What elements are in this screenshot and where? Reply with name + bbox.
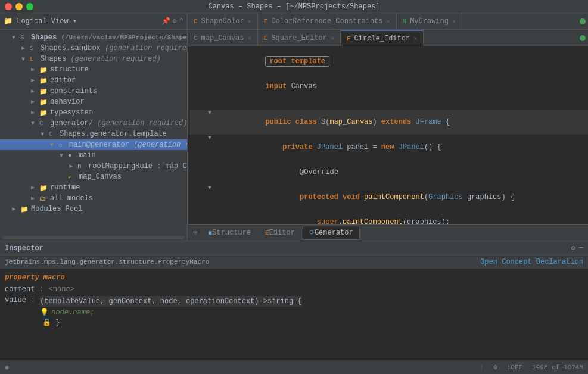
tree-item-behavior[interactable]: ► 📁 behavior [0,96,187,107]
tree-item-map-canvas[interactable]: ↩ map_Canvas [0,172,187,182]
add-button[interactable]: + [190,227,201,238]
modules-pool-icon: 📁 [20,205,31,213]
tab-map-canvas-close[interactable]: ✕ [248,35,251,42]
minimize-button[interactable] [15,3,23,10]
folder-icon: 📁 [39,98,50,106]
value-label: value [5,296,26,304]
arrow-icon: ▼ [31,120,39,127]
arrow-icon: ▼ [41,131,49,138]
settings-icon[interactable]: ⚙ [571,244,575,253]
code-text: @Override [214,160,583,185]
arrow-icon: ▼ [50,142,58,148]
sandbox-label: Shapes.sandbox (generation required) [41,44,187,52]
shapes-gen-icon: L [30,55,41,63]
tree-item-structure[interactable]: ► 📁 structure [0,64,187,75]
arrow-icon: ▼ [60,152,68,159]
chevron-icon[interactable]: ⌃ [179,17,183,26]
generator-label: generator/ (generation required) [50,119,187,127]
inspector-content: property macro comment : <none> value : … [0,269,588,360]
tree-item-shapes-sandbox[interactable]: ► S Shapes.sandbox (generation required) [0,43,187,54]
status-bar: ◉ | ⚙ :OFF 199M of 1074M [0,360,588,374]
template-keyword: root template [265,56,329,67]
template-icon: C [49,130,60,138]
tree-item-runtime[interactable]: ► 📁 runtime [0,182,187,193]
tree-item-all-models[interactable]: ► 🗂 all models [0,193,187,204]
tab-structure-label: Structure [212,229,251,237]
tree-item-generator[interactable]: ▼ C generator/ (generation required) [0,118,187,129]
tab-colorreference[interactable]: E ColorReference_Constraints ✕ [258,13,397,29]
tree-item-typesystem[interactable]: ► 📁 typesystem [0,107,187,118]
modules-pool-label: Modules Pool [31,205,82,213]
maximize-button[interactable] [26,3,33,10]
main-generator-icon: ⚙ [58,141,69,149]
code-text: root template [214,49,583,74]
arrow-icon: ► [69,163,77,170]
inspector-header: Inspector ⚙ — [0,241,588,255]
arrow-icon: ► [31,77,39,84]
tab-square-editor[interactable]: E Square_Editor ✕ [258,30,341,46]
tree-item-constraints[interactable]: ► 📁 constraints [0,86,187,96]
settings-status-icon[interactable]: ⚙ [493,363,497,371]
folder-icon: 📁 [39,66,50,74]
tab-colorreference-close[interactable]: ✕ [387,18,390,25]
window-controls[interactable] [5,3,33,10]
tab-shapecolor-close[interactable]: ✕ [248,18,251,25]
tab-generator-label: Generator [315,229,353,237]
title-bar: Canvas – Shapes – [~/MPSProjects/Shapes] [0,0,588,13]
arrow-icon: ► [31,88,39,95]
fold-button[interactable]: ▼ [206,110,214,116]
tree-item-rootmapping[interactable]: ► n rootMappingRule : map Ca... [0,161,187,172]
tab-generator[interactable]: ⟳ Generator [303,226,360,240]
scroll-thumb[interactable] [2,236,185,239]
node-name: node.name; [51,308,94,317]
tree-item-modules-pool[interactable]: ► 📁 Modules Pool [0,204,187,214]
arrow-icon: ▼ [12,35,20,41]
tab-map-canvas-label: map_Canvas [201,34,244,42]
tab-circle-editor-close[interactable]: ✕ [413,35,417,42]
tree-item-main[interactable]: ▼ ● main [0,150,187,161]
pin-icon[interactable]: 📌 [161,17,170,26]
tab-mydrawing[interactable]: N MyDrawing ✕ [397,13,462,29]
fold-button[interactable]: ▼ [206,135,214,141]
tab-mydrawing-close[interactable]: ✕ [452,18,456,25]
folder-icon: 📁 [39,109,50,117]
tab-square-editor-close[interactable]: ✕ [331,35,334,42]
code-line-class: ▼ public class $(map_Canvas) extends JFr… [188,110,588,135]
fold-button[interactable]: ▼ [206,185,214,191]
code-area[interactable]: root template input Canvas ▼ publi [188,46,588,224]
runtime-label: runtime [50,183,80,192]
value-code-block: (templateValue, genContext, node, operat… [40,296,301,327]
tree-item-shapes-generator[interactable]: ▼ C Shapes.generator.template [0,129,187,139]
open-concept-link[interactable]: Open Concept Declaration [480,258,583,266]
tab-map-canvas[interactable]: C map_Canvas ✕ [188,30,258,46]
editor-icon: E [265,229,269,236]
tab-shapecolor[interactable]: C ShapeColor ✕ [188,13,258,29]
settings-icon[interactable]: ⚙ [173,17,177,26]
tree-item-main-generator[interactable]: ▼ ⚙ main@generator (generation req... [0,139,187,150]
minimize-icon[interactable]: — [579,244,583,253]
tab-editor[interactable]: E Editor [259,226,301,240]
arrow-icon: ► [31,110,39,116]
shapes-gen-label: Shapes (generation required) [41,55,161,63]
window-title: Canvas – Shapes – [~/MPSProjects/Shapes] [208,2,379,11]
arrow-icon: ► [12,206,20,213]
all-models-icon: 🗂 [39,195,50,202]
rootmapping-label: rootMappingRule : map Ca... [88,162,187,170]
tree-item-shapes-root[interactable]: ▼ S Shapes (/Users/vaclav/MPSProjects/Sh… [0,32,187,43]
shapes-icon: S [20,34,31,41]
tab-structure[interactable]: ◼ Structure [202,226,257,240]
tree-item-editor[interactable]: ► 📁 editor [0,75,187,86]
close-button[interactable] [5,3,12,10]
value-body-line: 💡 node.name; [40,307,301,318]
arrow-icon: ► [21,45,30,52]
shapes-root-label: Shapes (/Users/vaclav/MPSProjects/Shapes… [31,33,187,42]
tab-row-2: C map_Canvas ✕ E Square_Editor ✕ E Circl… [188,30,588,46]
code-text: input Canvas [214,74,583,99]
tab-circle-editor[interactable]: E Circle_Editor ✕ [341,30,424,46]
tab-shapecolor-icon: C [194,18,198,25]
tree-item-shapes-gen[interactable]: ▼ L Shapes (generation required) [0,54,187,64]
property-macro-line: property macro [5,273,583,282]
tab-colorreference-label: ColorReference_Constraints [271,17,382,26]
comment-label: comment [5,285,35,294]
code-line-template: root template [188,49,588,74]
